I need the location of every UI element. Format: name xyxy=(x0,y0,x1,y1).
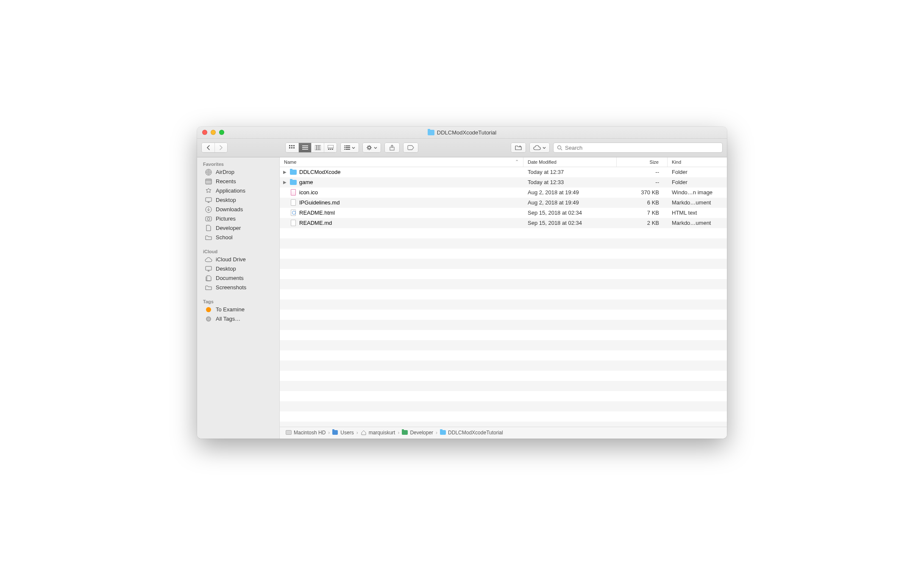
markdown-file-icon xyxy=(290,220,297,227)
file-kind: Markdo…ument xyxy=(668,199,727,206)
column-header-date[interactable]: Date Modified xyxy=(523,157,617,167)
crumb-label: marquiskurt xyxy=(369,430,395,436)
minimize-button[interactable] xyxy=(211,130,216,135)
column-header-size[interactable]: Size xyxy=(617,157,668,167)
close-button[interactable] xyxy=(202,130,207,135)
columns-icon xyxy=(315,145,321,150)
table-row[interactable]: ▶DDLCModXcode Today at 12:37 -- Folder xyxy=(280,167,727,177)
sidebar-item-developer[interactable]: Developer xyxy=(197,224,279,233)
ico-file-icon xyxy=(290,189,297,196)
sidebar-item-applications[interactable]: Applications xyxy=(197,186,279,196)
path-bar: Macintosh HD › Users › marquiskurt › Dev… xyxy=(280,427,727,439)
titlebar[interactable]: DDLCModXcodeTutorial xyxy=(197,127,727,139)
table-row[interactable]: ▶game Today at 12:33 -- Folder xyxy=(280,177,727,187)
sidebar-item-documents[interactable]: Documents xyxy=(197,274,279,283)
tags-button[interactable] xyxy=(403,143,418,153)
path-crumb[interactable]: Macintosh HD xyxy=(286,430,326,436)
sidebar-header-favorites: Favorites xyxy=(197,160,279,168)
desktop-icon xyxy=(205,266,212,272)
table-row[interactable]: README.md Sep 15, 2018 at 02:34 2 KB Mar… xyxy=(280,218,727,228)
icon-view-button[interactable] xyxy=(286,143,298,152)
table-row[interactable]: IPGuidelines.md Aug 2, 2018 at 19:49 6 K… xyxy=(280,198,727,208)
sidebar-item-school[interactable]: School xyxy=(197,233,279,242)
pictures-icon xyxy=(205,215,212,222)
file-kind: Folder xyxy=(668,179,727,185)
disclosure-triangle[interactable]: ▶ xyxy=(282,180,287,185)
path-crumb[interactable]: DDLCModXcodeTutorial xyxy=(440,430,503,436)
sidebar-item-screenshots[interactable]: Screenshots xyxy=(197,283,279,292)
group-by-button[interactable] xyxy=(340,143,359,153)
svg-rect-17 xyxy=(345,145,350,146)
sidebar-header-icloud: iCloud xyxy=(197,247,279,255)
back-button[interactable] xyxy=(202,143,214,152)
grid-icon xyxy=(289,145,295,150)
svg-rect-15 xyxy=(332,149,333,150)
folder-icon xyxy=(428,130,434,135)
view-mode-group xyxy=(285,143,337,153)
sidebar-item-recents[interactable]: Recents xyxy=(197,177,279,186)
zoom-button[interactable] xyxy=(219,130,224,135)
window-title-text: DDLCModXcodeTutorial xyxy=(437,129,496,136)
sidebar-item-icloud-drive[interactable]: iCloud Drive xyxy=(197,255,279,264)
search-box[interactable] xyxy=(553,143,723,153)
sidebar-item-label: Downloads xyxy=(216,206,243,213)
action-menu-button[interactable] xyxy=(362,143,381,153)
table-row[interactable]: README.html Sep 15, 2018 at 02:34 7 KB H… xyxy=(280,208,727,218)
file-name: IPGuidelines.md xyxy=(299,199,340,206)
file-size: -- xyxy=(617,169,668,175)
desktop-icon xyxy=(205,197,212,204)
window-body: Favorites AirDrop Recents Applications D… xyxy=(197,157,727,439)
sidebar-item-label: To Examine xyxy=(216,306,245,313)
chevron-left-icon xyxy=(206,145,210,150)
column-label: Kind xyxy=(672,159,681,165)
table-row[interactable]: icon.ico Aug 2, 2018 at 19:49 370 KB Win… xyxy=(280,187,727,198)
folder-icon xyxy=(290,169,297,176)
main-content: Name ⌃ Date Modified Size Kind ▶DDLCModX… xyxy=(280,157,727,439)
cloud-icon xyxy=(533,145,541,150)
svg-rect-13 xyxy=(328,149,329,150)
column-label: Size xyxy=(650,159,659,165)
path-crumb[interactable]: Users xyxy=(332,430,353,436)
sidebar-item-desktop[interactable]: Desktop xyxy=(197,196,279,205)
column-header-name[interactable]: Name ⌃ xyxy=(280,157,523,167)
svg-point-25 xyxy=(208,171,209,173)
svg-rect-18 xyxy=(344,147,345,148)
file-name: README.md xyxy=(299,220,332,226)
svg-point-24 xyxy=(558,145,561,149)
sidebar-item-downloads[interactable]: Downloads xyxy=(197,205,279,214)
share-button[interactable] xyxy=(384,143,400,153)
sidebar-header-tags: Tags xyxy=(197,297,279,305)
path-separator-icon: › xyxy=(328,430,330,436)
forward-button[interactable] xyxy=(214,143,227,152)
file-name: icon.ico xyxy=(299,189,318,196)
sidebar-item-pictures[interactable]: Pictures xyxy=(197,214,279,224)
list-view-button[interactable] xyxy=(298,143,311,152)
sidebar-item-airdrop[interactable]: AirDrop xyxy=(197,168,279,177)
sidebar-item-label: Screenshots xyxy=(216,284,246,291)
new-folder-button[interactable] xyxy=(511,143,526,153)
gallery-icon xyxy=(328,145,334,150)
column-view-button[interactable] xyxy=(311,143,324,152)
search-input[interactable] xyxy=(565,145,719,151)
disclosure-triangle[interactable]: ▶ xyxy=(282,170,287,174)
svg-rect-20 xyxy=(344,149,345,150)
sidebar-item-all-tags[interactable]: All Tags… xyxy=(197,314,279,324)
svg-rect-2 xyxy=(293,145,295,146)
sidebar-item-label: iCloud Drive xyxy=(216,256,246,263)
sidebar-item-label: Developer xyxy=(216,225,241,231)
sort-caret-icon: ⌃ xyxy=(515,159,519,165)
chevron-down-icon xyxy=(352,147,355,149)
gallery-view-button[interactable] xyxy=(324,143,337,152)
sidebar-item-icloud-desktop[interactable]: Desktop xyxy=(197,264,279,274)
crumb-label: DDLCModXcodeTutorial xyxy=(448,430,503,436)
path-crumb[interactable]: Developer xyxy=(402,430,433,436)
column-header-kind[interactable]: Kind xyxy=(668,157,727,167)
search-icon xyxy=(557,145,562,151)
sidebar-item-tag-examine[interactable]: To Examine xyxy=(197,305,279,314)
file-list[interactable]: ▶DDLCModXcode Today at 12:37 -- Folder ▶… xyxy=(280,167,727,427)
sidebar-item-label: Documents xyxy=(216,275,244,281)
icloud-button[interactable] xyxy=(529,143,550,153)
path-crumb[interactable]: marquiskurt xyxy=(361,430,395,436)
svg-rect-10 xyxy=(317,145,319,150)
doc-icon xyxy=(205,225,212,232)
